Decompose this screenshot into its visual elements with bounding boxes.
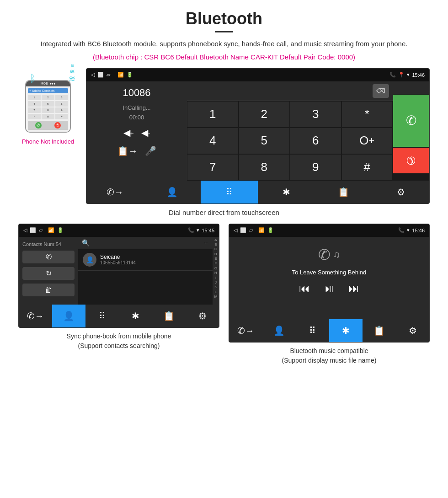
phone-contact-cell: 6 [55,101,68,107]
contacts-sync-btn[interactable]: ↻ [22,267,75,280]
alpha-e: E [213,257,219,261]
phone-call-btn[interactable]: ✆ [35,122,42,129]
alpha-g: G [213,266,219,271]
contacts-wifi-icon: ▾ [197,227,199,233]
bottom-screens-row: ◁ ⬜ ▱ 📶 🔋 📞 ▾ 15:45 Contacts [18,224,430,365]
nav-contacts-btn[interactable]: 👤 [144,181,201,203]
dial-right-panel: ⌫ 1 2 3 * 4 5 6 O+ [187,81,393,181]
title-underline [215,31,233,32]
status-left: ◁ ⬜ ▱ 📶 🔋 [91,72,133,78]
music-wifi-icon: ▾ [407,227,410,233]
music-caption: Bluetooth music compatible (Support disp… [229,346,430,365]
add-contacts-bar: + Add to Contacts [28,88,68,93]
contacts-nav-bt[interactable]: ✱ [119,305,152,327]
phone-contact-cell: 5 [42,101,54,107]
alpha-d: D [213,252,219,257]
music-nav-contacts[interactable]: 👤 [262,319,296,342]
contacts-back-icon: ◁ [23,227,27,233]
contacts-right-panel: 🔍 ← 👤 Seicane 10655059113144 [78,237,213,305]
music-status-bar: ◁ ⬜ ▱ 📶 🔋 📞 ▾ 15:46 [229,224,429,237]
backspace-btn[interactable]: ⌫ [373,84,389,98]
transfer-btn[interactable]: 📋→ [117,145,138,156]
contacts-android-screen: ◁ ⬜ ▱ 📶 🔋 📞 ▾ 15:45 Contacts [18,224,219,328]
music-prev-btn[interactable]: ⏮ [299,282,310,295]
contacts-nav-numpad[interactable]: ⠿ [85,305,119,327]
alpha-f: F [213,261,219,266]
nav-dial-btn[interactable]: ✆→ [86,181,144,203]
end-call-btn[interactable]: ✆ [393,147,429,174]
numpad-1[interactable]: 1 [187,101,239,128]
contacts-nav-settings[interactable]: ⚙ [186,305,219,327]
contacts-search-input[interactable] [92,239,201,246]
alpha-h: H [213,271,219,275]
search-icon: 🔍 [82,239,90,246]
mute-btn[interactable]: 🎤 [145,145,156,156]
music-phone-icon: ✆ [318,246,331,263]
music-nav-bt[interactable]: ✱ [329,319,363,342]
numpad-2[interactable]: 2 [239,101,290,128]
dial-input[interactable] [191,87,373,95]
contacts-count: Contacts Num:54 [22,241,75,247]
music-android-screen: ◁ ⬜ ▱ 📶 🔋 📞 ▾ 15:46 ✆ [229,224,430,343]
numpad-5[interactable]: 5 [239,128,290,154]
numpad-grid: 1 2 3 * 4 5 6 O+ 7 8 9 # [187,101,393,181]
section-description: Integrated with BC6 Bluetooth module, su… [18,39,430,49]
music-nav-dial[interactable]: ✆→ [229,319,262,342]
numpad-hash[interactable]: # [341,154,393,181]
numpad-9[interactable]: 9 [290,154,341,181]
numpad-star[interactable]: * [341,101,393,128]
nav-bluetooth-btn[interactable]: ✱ [258,181,315,203]
page-container: Bluetooth Integrated with BC6 Bluetooth … [0,0,448,385]
contacts-battery-icon: 🔋 [57,227,64,233]
numpad-7[interactable]: 7 [187,154,239,181]
alpha-k: K [213,285,219,289]
main-android-screen: ◁ ⬜ ▱ 📶 🔋 📞 📍 ▾ 15:46 10086 [86,68,430,204]
numpad-4[interactable]: 4 [187,128,239,154]
contacts-nav-transfer[interactable]: 📋 [152,305,186,327]
music-nav-numpad[interactable]: ⠿ [296,319,329,342]
music-play-btn[interactable]: ⏯ [324,282,335,295]
volume-down-btn[interactable]: ◀- [141,127,150,138]
nav-settings-btn[interactable]: ⚙ [372,181,429,203]
numpad-3[interactable]: 3 [290,101,341,128]
dial-input-row: ⌫ [187,81,393,101]
contacts-time: 15:45 [202,228,214,233]
phone-status-icon: 📞 [389,72,396,78]
contacts-status-bar: ◁ ⬜ ▱ 📶 🔋 📞 ▾ 15:45 [19,224,219,237]
numpad-0plus[interactable]: O+ [341,128,393,154]
music-nav-transfer[interactable]: 📋 [363,319,396,342]
phone-end-btn[interactable]: ✆ [54,122,61,129]
phone-contact-cell: 4 [28,101,41,107]
music-nav-settings[interactable]: ⚙ [396,319,429,342]
numpad-6[interactable]: 6 [290,128,341,154]
contacts-nav-dial[interactable]: ✆→ [19,305,52,327]
wifi-waves-icon: ≋ ≋ ≋ [69,64,75,83]
call-btn[interactable]: ✆ [393,94,429,147]
contacts-delete-btn[interactable]: 🗑 [22,284,75,296]
contacts-nav-contacts[interactable]: 👤 [52,305,85,327]
phone-contact-cell: 3 [55,95,68,100]
nav-numpad-btn[interactable]: ⠿ [201,181,258,203]
phone-contact-cell: # [55,114,68,119]
call-timer: 00:00 [129,114,144,121]
contact-number: 10655059113144 [100,260,208,265]
music-song-title: To Leave Something Behind [292,269,367,276]
search-back-icon[interactable]: ← [203,240,209,246]
bottom-nav-bar: ✆→ 👤 ⠿ ✱ 📋 ⚙ [86,181,429,203]
bluetooth-symbol-icon: ᛒ [30,73,36,85]
volume-up-btn[interactable]: ◀+ [123,127,134,138]
music-next-btn[interactable]: ⏭ [348,282,359,295]
contact-item[interactable]: 👤 Seicane 10655059113144 [78,249,213,271]
music-body: ✆ ♫ To Leave Something Behind ⏮ ⏯ ⏭ [229,237,429,319]
phone-contact-cell: 7 [28,107,41,113]
contacts-call-btn[interactable]: ✆ [22,251,75,263]
contacts-screen-col: ◁ ⬜ ▱ 📶 🔋 📞 ▾ 15:45 Contacts [18,224,219,365]
music-back-icon: ◁ [234,227,237,233]
nav-transfer-btn[interactable]: 📋 [315,181,372,203]
dial-actions: 📋→ 🎤 [117,145,156,156]
music-battery-icon: 🔋 [267,227,274,233]
contacts-left-panel: Contacts Num:54 ✆ ↻ 🗑 [19,237,78,305]
contacts-signal-icon: 📶 [48,227,54,233]
phone-contact-cell: 0 [42,114,54,119]
numpad-8[interactable]: 8 [239,154,290,181]
